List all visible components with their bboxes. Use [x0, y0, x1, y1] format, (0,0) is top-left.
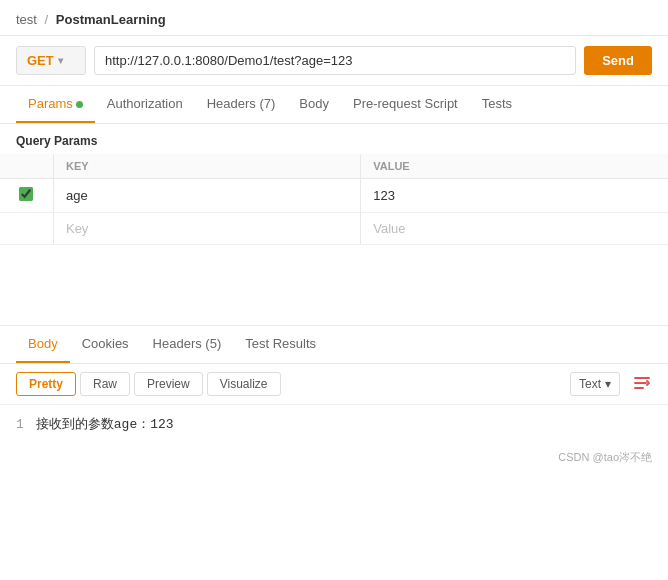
method-label: GET: [27, 53, 54, 68]
send-button[interactable]: Send: [584, 46, 652, 75]
table-row: age 123: [0, 179, 668, 213]
breadcrumb-parent: test: [16, 12, 37, 27]
row-checkbox-cell[interactable]: [0, 179, 53, 213]
breadcrumb-separator: /: [45, 12, 49, 27]
content-type-label: Text: [579, 377, 601, 391]
response-tab-test-results[interactable]: Test Results: [233, 326, 328, 363]
response-tabs: Body Cookies Headers (5) Test Results: [0, 326, 668, 364]
chevron-down-icon: ▾: [605, 377, 611, 391]
method-selector[interactable]: GET ▾: [16, 46, 86, 75]
line-number-1: 1: [16, 417, 24, 432]
response-tab-body[interactable]: Body: [16, 326, 70, 363]
value-placeholder[interactable]: Value: [361, 213, 668, 245]
url-bar: GET ▾ Send: [0, 36, 668, 86]
table-row-placeholder: Key Value: [0, 213, 668, 245]
tab-tests[interactable]: Tests: [470, 86, 524, 123]
tab-body[interactable]: Body: [287, 86, 341, 123]
url-input[interactable]: [94, 46, 576, 75]
response-section: Body Cookies Headers (5) Test Results Pr…: [0, 325, 668, 473]
row-key[interactable]: age: [53, 179, 360, 213]
response-tab-cookies[interactable]: Cookies: [70, 326, 141, 363]
tab-prerequest[interactable]: Pre-request Script: [341, 86, 470, 123]
query-params-title: Query Params: [0, 124, 668, 154]
format-pretty-button[interactable]: Pretty: [16, 372, 76, 396]
tab-headers[interactable]: Headers (7): [195, 86, 288, 123]
params-active-dot: [76, 101, 83, 108]
format-raw-button[interactable]: Raw: [80, 372, 130, 396]
key-placeholder[interactable]: Key: [53, 213, 360, 245]
request-tabs: Params Authorization Headers (7) Body Pr…: [0, 86, 668, 124]
response-line-1: 接收到的参数age：123: [36, 417, 174, 432]
chevron-down-icon: ▾: [58, 55, 63, 66]
content-type-selector[interactable]: Text ▾: [570, 372, 620, 396]
format-visualize-button[interactable]: Visualize: [207, 372, 281, 396]
params-table: KEY VALUE age 123 Key Value: [0, 154, 668, 245]
response-body: 1接收到的参数age：123: [0, 405, 668, 446]
col-key: KEY: [53, 154, 360, 179]
tab-authorization[interactable]: Authorization: [95, 86, 195, 123]
filter-icon[interactable]: [632, 373, 652, 396]
format-preview-button[interactable]: Preview: [134, 372, 203, 396]
row-checkbox[interactable]: [19, 187, 33, 201]
breadcrumb-current: PostmanLearning: [56, 12, 166, 27]
response-toolbar: Pretty Raw Preview Visualize Text ▾: [0, 364, 668, 405]
breadcrumb: test / PostmanLearning: [0, 0, 668, 36]
col-value: VALUE: [361, 154, 668, 179]
watermark: CSDN @tao涔不绝: [0, 446, 668, 473]
col-check: [0, 154, 53, 179]
tab-params[interactable]: Params: [16, 86, 95, 123]
row-value[interactable]: 123: [361, 179, 668, 213]
response-tab-headers[interactable]: Headers (5): [141, 326, 234, 363]
